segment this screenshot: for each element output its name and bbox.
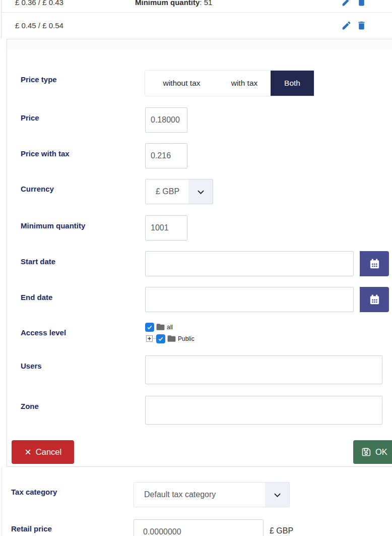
cancel-button-label: Cancel [36, 447, 61, 457]
cancel-button[interactable]: Cancel [12, 440, 74, 464]
minimum-quantity-input[interactable] [145, 215, 187, 241]
edit-pencil-icon[interactable] [341, 20, 352, 31]
chevron-down-icon [188, 180, 213, 204]
tree-node-label[interactable]: all [167, 324, 173, 331]
retail-price-label: Retail price [11, 524, 52, 533]
delete-trash-icon[interactable] [356, 0, 367, 7]
row-detail-text: Minimum quantity: 51 [135, 0, 212, 7]
users-input[interactable] [145, 355, 382, 384]
ok-button[interactable]: OK [353, 440, 392, 464]
ok-button-label: OK [375, 447, 387, 457]
row-actions [341, 0, 367, 7]
price-type-both-button[interactable]: Both [271, 71, 314, 96]
end-date-calendar-button[interactable] [360, 287, 389, 312]
save-floppy-icon [361, 447, 371, 457]
users-label: Users [21, 362, 139, 370]
currency-selected-value: £ GBP [146, 187, 188, 196]
price-type-label: Price type [21, 75, 139, 84]
price-management-screen: £ 0.36 / £ 0.43 Minimum quantity: 51 £ 0… [0, 0, 392, 536]
price-table-row: £ 0.36 / £ 0.43 Minimum quantity: 51 [2, 0, 392, 13]
currency-select[interactable]: £ GBP [145, 179, 213, 204]
start-date-label: Start date [21, 257, 139, 266]
price-with-tax-label: Price with tax [21, 149, 139, 158]
folder-icon [167, 334, 176, 343]
access-level-label: Access level [21, 328, 139, 337]
tree-node-all: all [145, 322, 194, 332]
zone-input[interactable] [145, 396, 382, 425]
end-date-label: End date [21, 293, 139, 302]
price-range-text: £ 0.45 / £ 0.54 [15, 21, 63, 30]
panel-top-strip [7, 39, 392, 49]
calendar-icon [369, 294, 380, 306]
close-x-icon [24, 448, 32, 456]
price-label: Price [21, 113, 139, 122]
folder-icon [156, 322, 165, 332]
row-detail-label: Minimum quantity [135, 0, 200, 7]
tax-category-select[interactable]: Default tax category [134, 482, 290, 507]
price-range-text: £ 0.36 / £ 0.43 [15, 0, 63, 7]
chevron-down-icon [265, 483, 289, 507]
container-border [2, 467, 2, 536]
start-date-calendar-button[interactable] [360, 251, 389, 276]
checkbox-checked[interactable] [145, 323, 154, 332]
access-level-tree: all Public [145, 322, 194, 345]
edit-pencil-icon[interactable] [341, 0, 352, 7]
tree-node-label[interactable]: Public [178, 335, 194, 342]
retail-price-currency: £ GBP [270, 526, 293, 535]
price-type-without-tax-button[interactable]: without tax [145, 71, 218, 96]
price-input[interactable] [145, 107, 187, 133]
retail-price-input[interactable] [134, 519, 264, 536]
row-actions [341, 20, 367, 31]
currency-label: Currency [21, 185, 139, 193]
checkbox-checked[interactable] [156, 334, 165, 343]
price-with-tax-input[interactable] [145, 143, 187, 168]
start-date-input[interactable] [145, 251, 354, 276]
zone-label: Zone [21, 402, 139, 410]
price-type-with-tax-button[interactable]: with tax [218, 71, 271, 96]
tree-connector [153, 338, 156, 339]
minimum-quantity-label: Minimum quantity [21, 221, 139, 230]
delete-trash-icon[interactable] [356, 20, 367, 31]
tax-category-label: Tax category [11, 488, 57, 496]
calendar-icon [369, 258, 380, 270]
tree-node-public: Public [145, 334, 194, 343]
row-detail-value: : 51 [200, 0, 212, 7]
tax-category-selected-value: Default tax category [134, 490, 265, 499]
tree-expander-plus-icon[interactable] [146, 335, 153, 342]
end-date-input[interactable] [145, 287, 354, 312]
price-type-segmented-control: without tax with tax Both [145, 71, 314, 96]
price-table-row: £ 0.45 / £ 0.54 [2, 13, 392, 39]
price-edit-panel: Price type without tax with tax Both Pri… [7, 39, 392, 467]
